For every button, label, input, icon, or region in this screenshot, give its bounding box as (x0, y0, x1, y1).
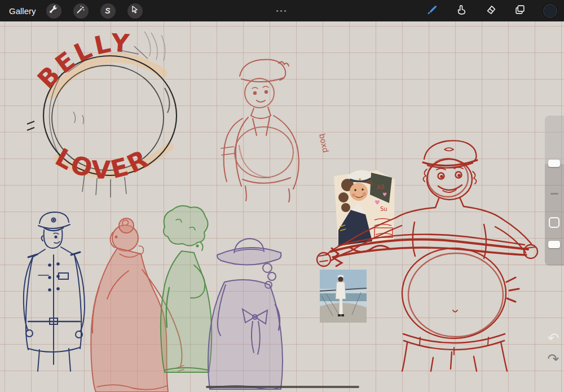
paint-tools (426, 0, 557, 21)
gallery-button[interactable]: Gallery (9, 6, 36, 16)
paste-note2-text: Su (380, 206, 387, 212)
sketch-rust-chef-figure (221, 59, 299, 202)
brush-controls-bar (545, 116, 564, 266)
sketch-purple-woman (208, 239, 283, 389)
eraser-icon (486, 5, 496, 17)
erase-button[interactable] (484, 5, 497, 17)
canvas-artwork: BELLY LOVER (0, 21, 564, 392)
boxd-note: boxd (318, 133, 331, 153)
transform-arrow-icon (130, 5, 139, 16)
top-toolbar: Gallery S (0, 0, 564, 21)
redo-button[interactable]: ↷ (545, 350, 562, 367)
svg-text:LOVER: LOVER (51, 143, 155, 184)
layers-icon (514, 4, 526, 17)
actions-button[interactable] (46, 3, 61, 19)
procreate-window: Gallery S (0, 0, 564, 392)
brush-opacity-slider[interactable] (548, 241, 560, 248)
sketch-belly-lover-circle: BELLY LOVER (27, 28, 177, 197)
horizontal-scrollbar[interactable] (206, 386, 359, 388)
heart-doodle: ♥ (374, 199, 380, 206)
smudge-finger-icon (456, 5, 467, 17)
color-swatch-circle[interactable] (543, 4, 557, 18)
paint-brush-button[interactable] (426, 5, 438, 17)
magic-wand-icon (76, 5, 85, 16)
modify-button[interactable] (549, 217, 559, 228)
paste-note-text: All (376, 183, 385, 191)
layers-button[interactable] (514, 5, 526, 17)
undo-button[interactable]: ↶ (545, 329, 562, 346)
size-slider-track[interactable] (545, 116, 564, 164)
lover-text: LOVER (51, 143, 155, 184)
selection-button[interactable]: S (100, 3, 116, 19)
slider-tick (550, 193, 558, 195)
sketch-green-woman (161, 206, 211, 372)
smudge-button[interactable] (455, 5, 468, 17)
transform-button[interactable] (127, 3, 143, 19)
selection-s-icon: S (105, 6, 110, 15)
adjustments-button[interactable] (73, 3, 89, 19)
drawing-canvas[interactable]: BELLY LOVER (0, 21, 564, 392)
wrench-icon (49, 5, 58, 16)
brush-icon (426, 4, 438, 17)
sketch-navy-officer (24, 212, 85, 371)
photo-reference (320, 270, 367, 323)
brush-size-slider[interactable] (548, 160, 560, 167)
svg-text:♥: ♥ (382, 192, 387, 197)
